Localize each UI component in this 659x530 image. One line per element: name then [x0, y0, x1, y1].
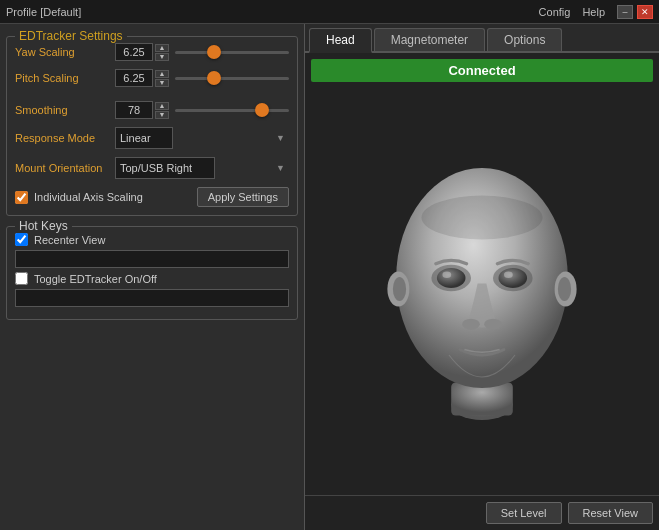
- pitch-arrows: ▲ ▼: [155, 70, 169, 87]
- apply-settings-button[interactable]: Apply Settings: [197, 187, 289, 207]
- response-mode-dropdown[interactable]: Linear Cubic Quadratic: [115, 127, 173, 149]
- main-layout: EDTracker Settings Yaw Scaling ▲ ▼: [0, 24, 659, 530]
- pitch-spinner: ▲ ▼: [115, 69, 169, 87]
- toggle-edtracker-checkbox[interactable]: [15, 272, 28, 285]
- yaw-slider-container[interactable]: [175, 43, 289, 61]
- title-bar-right: Config Help – ✕: [539, 5, 653, 19]
- smoothing-down-arrow[interactable]: ▼: [155, 111, 169, 119]
- svg-point-4: [393, 276, 406, 300]
- response-mode-arrow-icon: ▼: [276, 133, 285, 143]
- connection-status: Connected: [311, 59, 653, 82]
- yaw-down-arrow[interactable]: ▼: [155, 53, 169, 61]
- hotkeys-section-label: Hot Keys: [15, 219, 72, 233]
- yaw-scaling-row: Yaw Scaling ▲ ▼: [15, 43, 289, 61]
- pitch-scaling-input[interactable]: [115, 69, 153, 87]
- toggle-edtracker-input-row: [15, 289, 289, 307]
- reset-view-button[interactable]: Reset View: [568, 502, 653, 524]
- smoothing-label: Smoothing: [15, 104, 115, 116]
- help-menu[interactable]: Help: [582, 6, 605, 18]
- response-mode-label: Response Mode: [15, 132, 115, 144]
- bottom-bar: Set Level Reset View: [305, 495, 659, 530]
- head-visualization: [305, 82, 659, 495]
- recenter-view-input-row: [15, 250, 289, 268]
- smoothing-input[interactable]: [115, 101, 153, 119]
- svg-point-9: [437, 268, 466, 288]
- tab-options[interactable]: Options: [487, 28, 562, 51]
- pitch-slider-thumb[interactable]: [207, 71, 221, 85]
- head-svg: [372, 149, 592, 429]
- yaw-slider-track: [175, 51, 289, 54]
- mount-orientation-dropdown[interactable]: Top/USB Right Top/USB Left Front/USB Top…: [115, 157, 215, 179]
- recenter-view-label: Recenter View: [34, 234, 105, 246]
- smoothing-arrows: ▲ ▼: [155, 102, 169, 119]
- svg-point-11: [442, 271, 451, 278]
- svg-point-10: [499, 268, 528, 288]
- yaw-arrows: ▲ ▼: [155, 44, 169, 61]
- svg-point-15: [422, 195, 543, 239]
- mount-orientation-label: Mount Orientation: [15, 162, 115, 174]
- pitch-slider-container[interactable]: [175, 69, 289, 87]
- response-mode-row: Response Mode Linear Cubic Quadratic ▼: [15, 127, 289, 149]
- config-menu[interactable]: Config: [539, 6, 571, 18]
- pitch-down-arrow[interactable]: ▼: [155, 79, 169, 87]
- pitch-slider-track: [175, 77, 289, 80]
- svg-point-12: [504, 271, 513, 278]
- smoothing-row: Smoothing ▲ ▼: [15, 101, 289, 119]
- title-bar: Profile [Default] Config Help – ✕: [0, 0, 659, 24]
- smoothing-spinner: ▲ ▼: [115, 101, 169, 119]
- yaw-scaling-input[interactable]: [115, 43, 153, 61]
- yaw-spinner: ▲ ▼: [115, 43, 169, 61]
- hotkeys-section: Hot Keys Recenter View Toggle EDTracker …: [6, 226, 298, 320]
- yaw-scaling-label: Yaw Scaling: [15, 46, 115, 58]
- pitch-scaling-row: Pitch Scaling ▲ ▼: [15, 69, 289, 87]
- svg-point-14: [484, 318, 502, 329]
- tab-head[interactable]: Head: [309, 28, 372, 53]
- set-level-button[interactable]: Set Level: [486, 502, 562, 524]
- close-button[interactable]: ✕: [637, 5, 653, 19]
- svg-point-6: [558, 276, 571, 300]
- smoothing-slider-container[interactable]: [175, 101, 289, 119]
- tab-bar: Head Magnetometer Options: [305, 24, 659, 53]
- toggle-edtracker-input[interactable]: [15, 289, 289, 307]
- pitch-scaling-label: Pitch Scaling: [15, 72, 115, 84]
- pitch-up-arrow[interactable]: ▲: [155, 70, 169, 78]
- edtracker-section-label: EDTracker Settings: [15, 29, 127, 43]
- mount-orientation-arrow-icon: ▼: [276, 163, 285, 173]
- individual-axis-label: Individual Axis Scaling: [34, 191, 143, 203]
- yaw-up-arrow[interactable]: ▲: [155, 44, 169, 52]
- edtracker-settings-section: EDTracker Settings Yaw Scaling ▲ ▼: [6, 36, 298, 216]
- minimize-button[interactable]: –: [617, 5, 633, 19]
- smoothing-up-arrow[interactable]: ▲: [155, 102, 169, 110]
- window-title: Profile [Default]: [6, 6, 81, 18]
- svg-point-13: [462, 318, 480, 329]
- recenter-view-checkbox[interactable]: [15, 233, 28, 246]
- individual-axis-checkbox[interactable]: [15, 191, 28, 204]
- smoothing-slider-thumb[interactable]: [255, 103, 269, 117]
- left-panel: EDTracker Settings Yaw Scaling ▲ ▼: [0, 24, 305, 530]
- recenter-view-row: Recenter View: [15, 233, 289, 246]
- toggle-edtracker-row: Toggle EDTracker On/Off: [15, 272, 289, 285]
- individual-axis-row: Individual Axis Scaling Apply Settings: [15, 187, 289, 207]
- recenter-view-input[interactable]: [15, 250, 289, 268]
- response-mode-wrapper: Linear Cubic Quadratic ▼: [115, 127, 289, 149]
- mount-orientation-wrapper: Top/USB Right Top/USB Left Front/USB Top…: [115, 157, 289, 179]
- smoothing-slider-track: [175, 109, 289, 112]
- tab-magnetometer[interactable]: Magnetometer: [374, 28, 485, 51]
- mount-orientation-row: Mount Orientation Top/USB Right Top/USB …: [15, 157, 289, 179]
- yaw-slider-thumb[interactable]: [207, 45, 221, 59]
- right-panel: Head Magnetometer Options Connected: [305, 24, 659, 530]
- window-buttons: – ✕: [617, 5, 653, 19]
- toggle-edtracker-label: Toggle EDTracker On/Off: [34, 273, 157, 285]
